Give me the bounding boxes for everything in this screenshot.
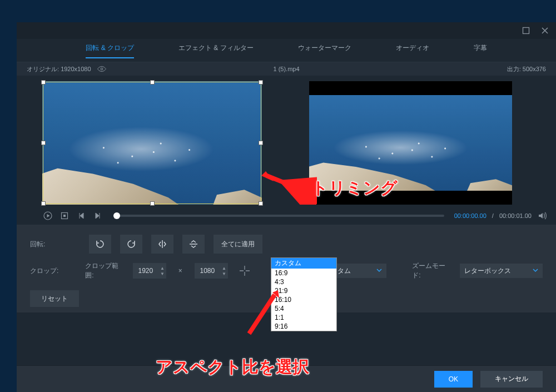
rotate-label: 回転: — [30, 240, 80, 249]
rotate-row: 回転: 全てに適用 — [30, 235, 543, 254]
svg-rect-4 — [63, 215, 66, 217]
crop-handle-bm[interactable] — [150, 201, 155, 206]
cancel-button[interactable]: キャンセル — [480, 371, 543, 388]
flip-horizontal-button[interactable] — [151, 235, 173, 254]
seek-slider[interactable] — [113, 215, 444, 217]
ok-button[interactable]: OK — [434, 371, 473, 388]
flip-horizontal-icon — [157, 239, 167, 249]
tab-effect-filter[interactable]: エフェクト & フィルター — [178, 43, 254, 58]
zoom-mode-value: レターボックス — [464, 266, 511, 276]
crop-width-input[interactable]: ▲▼ — [133, 263, 166, 279]
titlebar — [17, 22, 556, 39]
close-button[interactable] — [539, 25, 550, 36]
rotate-right-icon — [126, 239, 136, 249]
multiply-icon: × — [175, 267, 186, 275]
flip-vertical-button[interactable] — [182, 235, 205, 254]
height-down[interactable]: ▼ — [220, 271, 228, 276]
aspect-option-16-9[interactable]: 16:9 — [271, 269, 336, 277]
original-label: オリジナル: 1920x1080 — [27, 65, 91, 73]
seek-knob[interactable] — [113, 212, 120, 219]
play-button[interactable] — [42, 210, 53, 221]
aspect-option-4-3[interactable]: 4:3 — [271, 277, 336, 286]
crop-handle-ml[interactable] — [41, 141, 46, 145]
chevron-down-icon — [533, 267, 538, 275]
time-current: 00:00:00.00 — [454, 212, 487, 219]
prev-frame-button[interactable] — [76, 210, 87, 221]
crop-handle-bl[interactable] — [41, 201, 46, 206]
preview-toggle[interactable] — [97, 66, 107, 72]
crop-height-field[interactable] — [195, 267, 220, 275]
flip-vertical-icon — [188, 239, 198, 249]
video-frame-original — [42, 81, 262, 205]
crop-label: クロップ: — [30, 266, 76, 276]
info-bar: オリジナル: 1920x1080 1 (5).mp4 出力: 500x376 — [17, 62, 556, 76]
svg-line-6 — [249, 295, 275, 334]
tabs: 回転 & クロップ エフェクト & フィルター ウォーターマーク オーディオ 字… — [17, 39, 556, 62]
reset-button[interactable]: リセット — [30, 290, 79, 307]
annotation-aspect-text: アスペクト比を選択 — [156, 356, 309, 379]
volume-button[interactable] — [537, 211, 547, 221]
zoom-mode-label: ズームモード: — [412, 261, 451, 280]
center-icon — [239, 265, 251, 277]
editor-window: 回転 & クロップ エフェクト & フィルター ウォーターマーク オーディオ 字… — [17, 22, 556, 392]
height-up[interactable]: ▲ — [220, 265, 228, 271]
playback-bar: 00:00:00.00/00:00:01.00 — [17, 207, 556, 225]
rotate-left-button[interactable] — [89, 235, 111, 254]
next-frame-button[interactable] — [92, 210, 103, 221]
rotate-left-icon — [95, 239, 105, 249]
annotation-arrow-aspect — [239, 289, 284, 339]
center-crop-button[interactable] — [237, 262, 252, 279]
tab-rotate-crop[interactable]: 回転 & クロップ — [86, 43, 134, 58]
close-icon — [541, 27, 549, 34]
apply-all-button[interactable]: 全てに適用 — [214, 235, 262, 254]
annotation-arrow-trimming — [261, 171, 317, 205]
crop-handle-tl[interactable] — [41, 80, 46, 85]
svg-point-1 — [101, 68, 103, 70]
crop-handle-mr[interactable] — [259, 141, 263, 145]
tab-audio[interactable]: オーディオ — [396, 43, 429, 58]
aspect-option-custom[interactable]: カスタム — [271, 258, 336, 269]
tab-subtitle[interactable]: 字幕 — [474, 43, 487, 58]
crop-height-input[interactable]: ▲▼ — [195, 263, 228, 279]
svg-line-5 — [267, 176, 311, 193]
width-up[interactable]: ▲ — [158, 265, 166, 271]
zoom-mode-select[interactable]: レターボックス — [460, 264, 543, 278]
maximize-icon — [522, 27, 530, 34]
width-down[interactable]: ▼ — [158, 271, 166, 276]
rotate-right-button[interactable] — [120, 235, 142, 254]
preview-original[interactable] — [42, 81, 262, 205]
crop-range-label: クロップ範囲: — [85, 261, 124, 280]
crop-handle-tm[interactable] — [150, 80, 155, 85]
time-duration: 00:00:01.00 — [499, 212, 532, 219]
svg-rect-0 — [523, 28, 529, 34]
annotation-trimming-text: トリミング — [311, 177, 398, 200]
chevron-down-icon — [376, 267, 382, 275]
crop-width-field[interactable] — [133, 267, 158, 275]
crop-handle-tr[interactable] — [259, 80, 263, 85]
stop-button[interactable] — [59, 210, 70, 221]
output-label: 出力: 500x376 — [507, 65, 546, 73]
maximize-button[interactable] — [520, 25, 532, 36]
tab-watermark[interactable]: ウォーターマーク — [298, 43, 351, 58]
